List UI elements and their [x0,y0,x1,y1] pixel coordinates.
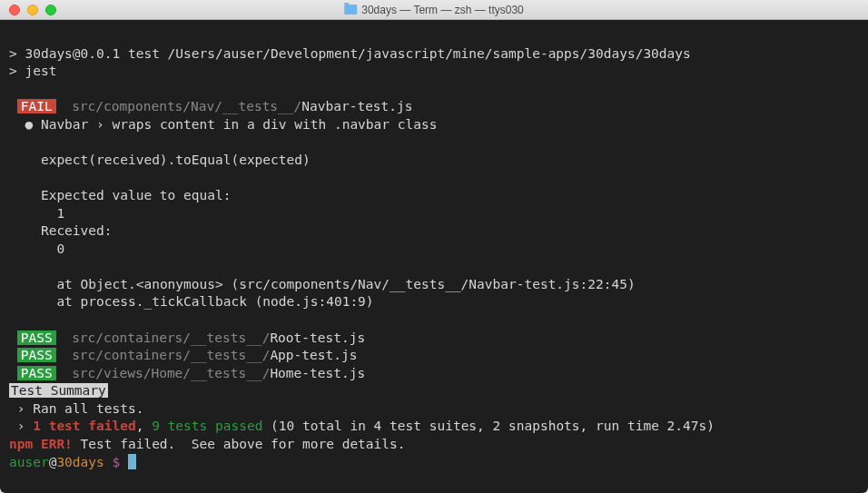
summary-heading: Test Summary [9,382,859,400]
close-icon[interactable] [9,5,20,15]
expected-label: Expected value to equal: [9,187,859,205]
stack-2: at process._tickCallback (node.js:401:9) [9,293,859,311]
fail-badge: FAIL [17,99,56,113]
blank-line [9,27,859,45]
cmd-line-2: > jest [9,63,859,81]
blank-line [9,311,859,330]
blank-line [9,133,859,152]
pass-badge: PASS [17,348,56,362]
blank-line [9,81,859,99]
minimize-icon[interactable] [27,5,38,15]
terminal-body[interactable]: > 30days@0.0.1 test /Users/auser/Develop… [0,20,868,493]
prompt-line: auser@30days $ [9,454,859,472]
expected-val: 1 [9,205,859,223]
window-title: 30days — Term — zsh — ttys030 [344,4,524,16]
received-val: 0 [9,241,859,259]
pass-line: PASS src/containers/__tests__/App-test.j… [9,347,859,365]
fail-desc: ● Navbar › wraps content in a div with .… [9,116,859,134]
folder-icon [344,5,357,15]
traffic-lights [0,5,56,15]
cursor-icon [128,454,136,469]
fail-line: FAIL src/components/Nav/__tests__/Navbar… [9,98,859,116]
summary-result: › 1 test failed, 9 tests passed (10 tota… [9,418,859,436]
pass-badge: PASS [17,366,56,380]
terminal-window: 30days — Term — zsh — ttys030 > 30days@0… [0,0,868,493]
pass-line: PASS src/views/Home/__tests__/Home-test.… [9,365,859,383]
summary-ran: › Ran all tests. [9,400,859,419]
pass-badge: PASS [17,330,56,345]
cmd-line-1: > 30days@0.0.1 test /Users/auser/Develop… [9,45,859,64]
prompt-host: 30days [56,455,104,469]
prompt-user: auser [9,455,49,469]
pass-line: PASS src/containers/__tests__/Root-test.… [9,330,859,348]
stack-1: at Object.<anonymous> (src/components/Na… [9,276,859,294]
title-text: 30days — Term — zsh — ttys030 [361,4,524,16]
received-label: Received: [9,222,859,241]
titlebar: 30days — Term — zsh — ttys030 [0,0,868,20]
expect-call: expect(received).toEqual(expected) [9,152,859,170]
blank-line [9,258,859,276]
zoom-icon[interactable] [45,5,56,15]
npm-err: npm ERR! Test failed. See above for more… [9,436,859,454]
blank-line [9,170,859,188]
